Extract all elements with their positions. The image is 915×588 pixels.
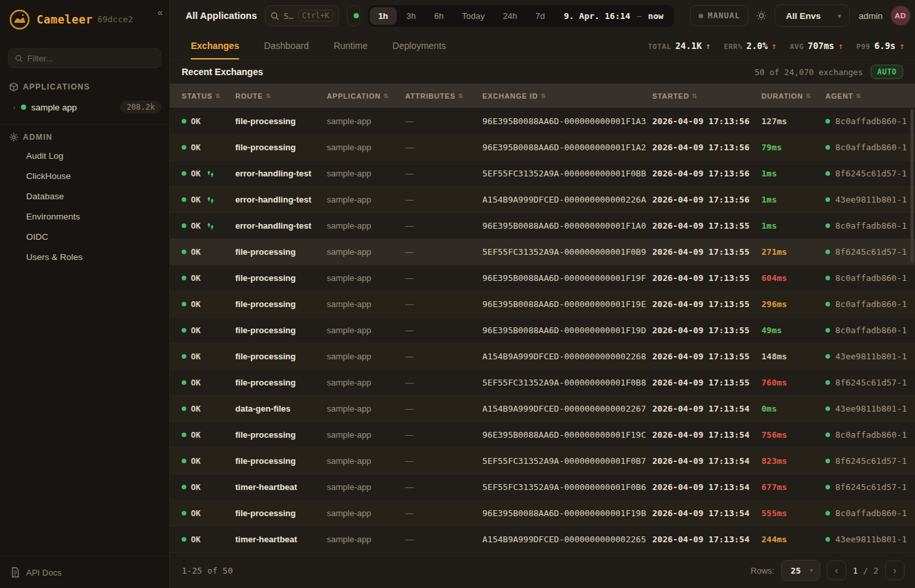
tab-deployments[interactable]: Deployments bbox=[393, 31, 446, 59]
global-search[interactable]: S… Ctrl+K bbox=[265, 5, 339, 26]
auto-refresh-badge[interactable]: AUTO bbox=[871, 65, 903, 79]
filter-input[interactable] bbox=[27, 54, 154, 63]
theme-toggle-button[interactable] bbox=[756, 5, 767, 26]
agent-status-dot bbox=[825, 171, 830, 176]
status-label: OK bbox=[191, 351, 201, 361]
column-header-application[interactable]: APPLICATION⇅ bbox=[327, 92, 405, 100]
cell-attributes: — bbox=[405, 351, 482, 361]
status-dot bbox=[182, 406, 186, 411]
tab-dashboard[interactable]: Dashboard bbox=[264, 31, 309, 59]
status-dot bbox=[182, 328, 186, 333]
next-page-button[interactable]: › bbox=[885, 561, 905, 580]
table-row[interactable]: OKfile-processingsample-app—5EF55FC31352… bbox=[170, 448, 915, 474]
table-row[interactable]: OKfile-processingsample-app—96E395B0088A… bbox=[170, 421, 915, 448]
table-body: OKfile-processingsample-app—96E395B0088A… bbox=[170, 108, 915, 552]
time-range-today[interactable]: Today bbox=[454, 7, 493, 25]
table-row[interactable]: OKfile-processingsample-app—A154B9A999DF… bbox=[170, 343, 915, 369]
table-row[interactable]: OKtimer-heartbeatsample-app—5EF55FC31352… bbox=[170, 474, 915, 500]
pagination-range: 1-25 of 50 bbox=[182, 566, 233, 576]
agent-status-dot bbox=[825, 380, 830, 385]
column-header-route[interactable]: ROUTE⇅ bbox=[235, 92, 327, 100]
sidebar-collapse-icon[interactable]: « bbox=[158, 7, 163, 18]
chevron-right-icon[interactable]: › bbox=[13, 103, 16, 111]
table-row[interactable]: OKdata-gen-filessample-app—A154B9A999DFC… bbox=[170, 395, 915, 421]
cell-agent: 43ee9811b801-1 bbox=[825, 195, 907, 204]
agent-status-dot bbox=[825, 354, 830, 359]
column-header-started[interactable]: STARTED⇅ bbox=[652, 92, 761, 100]
table-row[interactable]: OKerror-handling-testsample-app—A154B9A9… bbox=[170, 186, 915, 212]
table-row[interactable]: OKerror-handling-testsample-app—96E395B0… bbox=[170, 212, 915, 238]
cell-route: data-gen-files bbox=[235, 404, 327, 414]
cell-status: OK bbox=[182, 456, 235, 466]
status-dot bbox=[182, 276, 186, 280]
sidebar-item-sample-app[interactable]: ›sample app208.2k bbox=[0, 95, 169, 119]
cell-duration: 760ms bbox=[761, 378, 825, 387]
scrollbar-thumb[interactable] bbox=[910, 109, 914, 263]
sidebar-item-users-roles[interactable]: Users & Roles bbox=[0, 247, 169, 267]
manual-mode-button[interactable]: MANUAL bbox=[690, 5, 748, 26]
sidebar-item-environments[interactable]: Environments bbox=[0, 206, 169, 227]
stat-value: 24.1K bbox=[675, 41, 702, 51]
table-row[interactable]: OKfile-processingsample-app—96E395B0088A… bbox=[170, 265, 915, 291]
cell-agent: 8f6245c61d57-1 bbox=[825, 482, 907, 492]
column-header-agent[interactable]: AGENT⇅ bbox=[825, 92, 903, 100]
table-row[interactable]: OKerror-handling-testsample-app—5EF55FC3… bbox=[170, 160, 915, 186]
online-toggle[interactable]: O bbox=[347, 5, 360, 26]
sidebar-item-audit-log[interactable]: Audit Log bbox=[0, 146, 169, 166]
time-separator: – bbox=[637, 11, 641, 21]
sort-icon: ⇅ bbox=[384, 93, 389, 99]
status-dot bbox=[182, 250, 186, 254]
table-row[interactable]: OKtimer-heartbeatsample-app—A154B9A999DF… bbox=[170, 526, 915, 552]
time-range-3h[interactable]: 3h bbox=[398, 7, 424, 25]
table-row[interactable]: OKfile-processingsample-app—5EF55FC31352… bbox=[170, 369, 915, 395]
scrollbar-track[interactable] bbox=[910, 108, 914, 552]
column-header-duration[interactable]: DURATION⇅ bbox=[761, 92, 825, 100]
api-docs-link[interactable]: API Docs bbox=[0, 556, 169, 588]
sidebar-item-database[interactable]: Database bbox=[0, 186, 169, 206]
tab-runtime[interactable]: Runtime bbox=[333, 31, 367, 59]
agent-status-dot bbox=[825, 302, 830, 306]
cell-status: OK bbox=[182, 534, 235, 544]
trend-arrow-icon: ↑ bbox=[706, 41, 711, 51]
cell-status: OK bbox=[182, 116, 235, 126]
column-header-attributes[interactable]: ATTRIBUTES⇅ bbox=[405, 92, 482, 100]
column-header-exchange-id[interactable]: EXCHANGE ID⇅ bbox=[482, 92, 652, 100]
time-range-1h[interactable]: 1h bbox=[370, 7, 397, 25]
cell-started: 2026-04-09 17:13:55 bbox=[652, 299, 761, 309]
tab-exchanges[interactable]: Exchanges bbox=[191, 31, 239, 59]
app-title: Cameleer bbox=[37, 13, 93, 26]
table-row[interactable]: OKfile-processingsample-app—96E395B0088A… bbox=[170, 108, 915, 134]
gear-icon bbox=[9, 133, 18, 142]
prev-page-button[interactable]: ‹ bbox=[827, 561, 846, 580]
sun-icon bbox=[756, 10, 767, 21]
cameleer-logo-icon bbox=[9, 9, 30, 30]
time-range-24h[interactable]: 24h bbox=[494, 7, 525, 25]
table-row[interactable]: OKfile-processingsample-app—96E395B0088A… bbox=[170, 291, 915, 317]
sidebar-item-clickhouse[interactable]: ClickHouse bbox=[0, 166, 169, 186]
time-from[interactable]: 9. Apr. 16:14 bbox=[555, 11, 636, 21]
table-row[interactable]: OKfile-processingsample-app—96E395B0088A… bbox=[170, 500, 915, 526]
sidebar-filter[interactable] bbox=[8, 48, 161, 68]
rows-per-page-select[interactable]: 25 ▾ bbox=[781, 560, 820, 581]
agent-status-dot bbox=[825, 250, 830, 254]
status-label: OK bbox=[191, 508, 201, 518]
fork-icon bbox=[207, 222, 214, 230]
column-header-status[interactable]: STATUS⇅ bbox=[182, 92, 235, 100]
sidebar-item-oidc[interactable]: OIDC bbox=[0, 227, 169, 247]
cell-agent: 8f6245c61d57-1 bbox=[825, 247, 907, 257]
avatar[interactable]: AD bbox=[891, 6, 910, 25]
time-range-7d[interactable]: 7d bbox=[527, 7, 553, 25]
cell-agent: 43ee9811b801-1 bbox=[825, 534, 907, 544]
env-select[interactable]: All Envs ▾ bbox=[774, 5, 849, 27]
table-row[interactable]: OKfile-processingsample-app—5EF55FC31352… bbox=[170, 238, 915, 265]
cell-exchange-id: 5EF55FC31352A9A-000000000001F0B8 bbox=[482, 378, 652, 387]
time-range-6h[interactable]: 6h bbox=[425, 7, 452, 25]
status-dot bbox=[182, 537, 186, 542]
time-to[interactable]: now bbox=[643, 11, 673, 21]
table-row[interactable]: OKfile-processingsample-app—96E395B0088A… bbox=[170, 317, 915, 343]
stats-bar: TOTAL24.1K↑ERR%2.0%↑AVG707ms↑P996.9s↑ bbox=[648, 31, 905, 59]
cell-agent: 43ee9811b801-1 bbox=[825, 351, 907, 361]
cell-started: 2026-04-09 17:13:54 bbox=[652, 534, 761, 544]
table-row[interactable]: OKfile-processingsample-app—96E395B0088A… bbox=[170, 134, 915, 160]
rows-per-page-value: 25 bbox=[791, 566, 801, 576]
